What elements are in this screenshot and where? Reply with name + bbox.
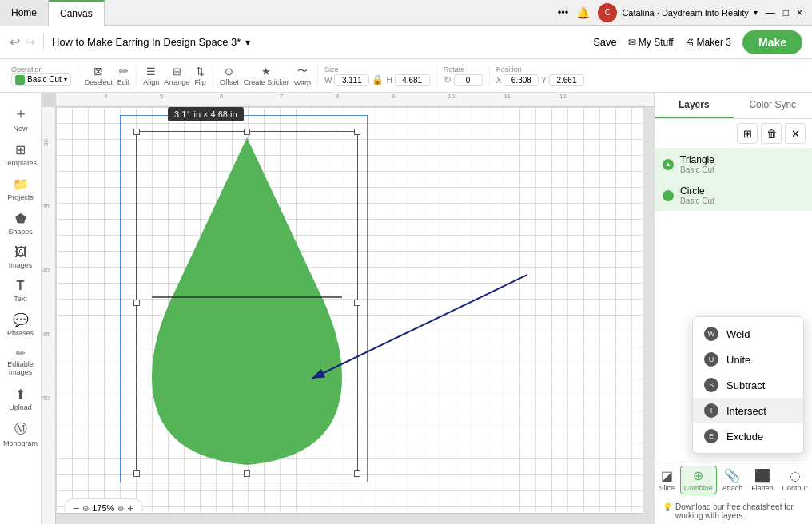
redo-btn[interactable]: ↪ <box>25 34 35 50</box>
tab-home[interactable]: Home <box>0 0 49 26</box>
width-label: W <box>324 76 332 85</box>
exclude-icon: E <box>704 429 718 443</box>
height-label: H <box>386 76 392 85</box>
attach-icon: 📎 <box>724 468 740 483</box>
save-button[interactable]: Save <box>593 36 617 48</box>
sidebar-item-editable-images[interactable]: ✏ Editable Images <box>0 342 41 382</box>
unite-icon: U <box>704 352 718 367</box>
home-tab-label: Home <box>11 7 37 18</box>
sidebar-item-text[interactable]: T Text <box>0 274 41 308</box>
sidebar-item-monogram[interactable]: Ⓜ Monogram <box>0 416 41 452</box>
templates-icon: ⊞ <box>15 142 26 157</box>
x-input[interactable] <box>504 74 539 86</box>
sidebar-item-images[interactable]: 🖼 Images <box>0 240 41 274</box>
tab-layers[interactable]: Layers <box>655 93 734 118</box>
undo-btn[interactable]: ↩ <box>10 34 20 50</box>
lock-icon[interactable]: 🔒 <box>372 74 384 85</box>
circle-layer-info: Circle Basic Cut <box>680 185 804 205</box>
y-input[interactable] <box>549 74 584 86</box>
upload-icon: ⬆ <box>15 387 26 402</box>
maximize-btn[interactable]: □ <box>783 7 789 18</box>
tab-canvas[interactable]: Canvas <box>49 0 105 26</box>
operation-select[interactable]: Basic Cut ▾ <box>11 73 71 86</box>
rotate-label: Rotate <box>444 66 483 73</box>
popup-item-weld[interactable]: W Weld <box>693 321 803 347</box>
rotate-input[interactable] <box>454 74 483 86</box>
my-stuff-button[interactable]: ✉ My Stuff <box>628 37 674 48</box>
edit-button[interactable]: ✏ Edit <box>117 65 130 86</box>
more-icon[interactable]: ••• <box>558 6 569 18</box>
sidebar-item-upload[interactable]: ⬆ Upload <box>0 382 41 416</box>
sidebar-item-templates[interactable]: ⊞ Templates <box>0 137 41 172</box>
text-icon: T <box>17 279 25 293</box>
slice-button[interactable]: ◪ Slice <box>655 466 678 494</box>
flatten-button[interactable]: ⬛ Flatten <box>748 466 777 494</box>
panel-close-icon[interactable]: ✕ <box>785 123 806 144</box>
combine-button[interactable]: ⊕ Combine <box>680 466 717 494</box>
circle-layer-name: Circle <box>680 185 804 196</box>
flatten-icon: ⬛ <box>754 468 770 483</box>
close-btn[interactable]: × <box>797 7 802 18</box>
panel-add-icon[interactable]: ⊞ <box>737 123 758 144</box>
size-label: Size <box>324 66 430 73</box>
warp-button[interactable]: 〜 Warp <box>294 64 311 87</box>
operation-color-swatch <box>15 75 25 85</box>
layer-item-circle[interactable]: Circle Basic Cut <box>655 180 812 211</box>
arrange-button[interactable]: ⊞ Arrange <box>164 66 189 86</box>
monogram-icon: Ⓜ <box>14 421 27 438</box>
flip-button[interactable]: ⇅ Flip <box>194 66 206 86</box>
position-label: Position <box>496 66 584 73</box>
y-label: Y <box>541 76 547 85</box>
sidebar-item-projects[interactable]: 📁 Projects <box>0 172 41 206</box>
minimize-btn[interactable]: — <box>766 7 775 18</box>
sidebar-item-new[interactable]: ＋ New <box>0 99 41 137</box>
tip-icon: 💡 <box>663 502 672 511</box>
contour-button[interactable]: ◌ Contour <box>779 466 811 494</box>
tip-text: Download our free cheatsheet for working… <box>675 502 804 520</box>
panel-delete-icon[interactable]: 🗑 <box>761 123 782 144</box>
create-sticker-button[interactable]: ★ Create Sticker <box>244 66 289 86</box>
x-label: X <box>496 76 502 85</box>
title-chevron-icon[interactable]: ▾ <box>245 37 250 48</box>
combine-icon: ⊕ <box>693 468 703 483</box>
images-icon: 🖼 <box>14 245 27 260</box>
teardrop-shape <box>134 129 360 476</box>
ruler-horizontal: 4 5 6 7 8 9 10 11 12 <box>56 93 654 107</box>
triangle-layer-info: Triangle Basic Cut <box>680 154 804 174</box>
canvas-area[interactable]: 4 5 6 7 8 9 10 11 12 30 35 40 45 50 <box>42 93 654 524</box>
width-input[interactable] <box>334 74 369 86</box>
subtract-icon: S <box>704 378 718 392</box>
sidebar-item-shapes[interactable]: ⬟ Shapes <box>0 206 41 240</box>
circle-layer-sub: Basic Cut <box>680 196 804 205</box>
zoom-in-btn[interactable]: ⊕ <box>117 504 124 513</box>
circle-color-swatch <box>663 190 674 201</box>
bell-icon[interactable]: 🔔 <box>576 6 590 19</box>
intersect-icon: I <box>704 403 718 418</box>
make-button[interactable]: Make <box>742 30 802 54</box>
height-input[interactable] <box>395 74 430 86</box>
zoom-level[interactable]: 175% <box>92 503 114 513</box>
maker-button[interactable]: 🖨 Maker 3 <box>685 37 731 48</box>
new-icon: ＋ <box>14 104 28 123</box>
deselect-button[interactable]: ⊠ Deselect <box>85 65 113 86</box>
triangle-layer-name: Triangle <box>680 154 804 165</box>
popup-item-exclude[interactable]: E Exclude <box>693 423 803 449</box>
combine-popup-menu: W Weld U Unite S Subtract I Intersect E … <box>692 316 804 454</box>
popup-item-subtract[interactable]: S Subtract <box>693 372 803 398</box>
popup-item-intersect[interactable]: I Intersect <box>693 398 803 423</box>
tab-color-sync[interactable]: Color Sync <box>734 93 813 118</box>
shapes-icon: ⬟ <box>15 211 26 226</box>
user-chevron-icon: ▾ <box>754 8 758 17</box>
tip-bar: 💡 Download our free cheatsheet for worki… <box>655 498 812 524</box>
popup-item-unite[interactable]: U Unite <box>693 347 803 372</box>
sidebar-item-phrases[interactable]: 💬 Phrases <box>0 308 41 342</box>
layer-item-triangle[interactable]: ▲ Triangle Basic Cut <box>655 149 812 180</box>
operation-label: Operation <box>11 66 71 73</box>
offset-button[interactable]: ⊙ Offset <box>220 66 239 86</box>
triangle-layer-sub: Basic Cut <box>680 165 804 174</box>
mail-icon: ✉ <box>628 37 636 48</box>
zoom-out-btn[interactable]: ⊖ <box>82 504 89 513</box>
align-button[interactable]: ☰ Align <box>143 66 159 86</box>
attach-button[interactable]: 📎 Attach <box>719 466 746 494</box>
scroll-bottom <box>56 513 643 524</box>
